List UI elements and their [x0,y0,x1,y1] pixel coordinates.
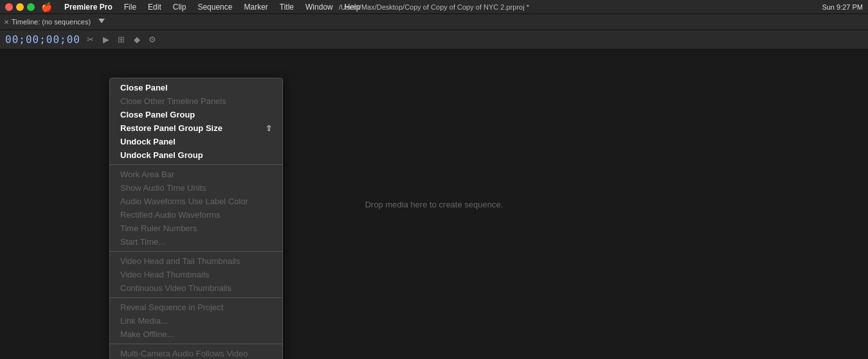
close-button[interactable] [5,3,13,11]
snap-icon[interactable]: ⊞ [116,35,127,45]
maximize-button[interactable] [27,3,35,11]
menu-item-rectified-audio-waveforms: Rectified Audio Waveforms [110,208,282,222]
menu-item-continuous-video-thumbnails: Continuous Video Thumbnails [110,281,282,295]
menu-label-video-head-tail-thumbnails: Video Head and Tail Thumbnails [120,256,240,266]
document-title: /Users/Max/Desktop/Copy of Copy of Copy … [339,3,529,11]
menu-label-close-panel-group: Close Panel Group [120,110,195,119]
menu-shortcut-restore-panel-group-size: ⇧ [266,124,272,133]
menu-label-undock-panel-group: Undock Panel Group [120,150,203,160]
menu-label-reveal-sequence-in-project: Reveal Sequence in Project [120,302,223,312]
menu-label-undock-panel: Undock Panel [120,137,176,146]
menu-clip[interactable]: Clip [168,0,191,14]
panel-tabbar: ✕ Timeline: (no sequences) [0,14,868,30]
panel-container: ✕ Timeline: (no sequences) 00;00;00;00 ✂… [0,14,868,359]
menu-label-start-time: Start Time... [120,237,165,247]
timecode-display: 00;00;00;00 [5,33,80,46]
menu-label-close-panel: Close Panel [120,83,168,92]
menu-item-time-ruler-numbers: Time Ruler Numbers [110,222,282,235]
menu-label-work-area-bar: Work Area Bar [120,170,174,179]
menu-edit[interactable]: Edit [143,0,166,14]
context-menu: Close PanelClose Other Timeline PanelsCl… [109,78,283,359]
track-select-icon[interactable]: ▶ [101,35,111,45]
menu-item-show-audio-time-units: Show Audio Time Units [110,181,282,195]
menu-marker[interactable]: Marker [239,0,272,14]
menu-item-make-offline: Make Offline... [110,328,282,341]
menu-item-video-head-thumbnails: Video Head Thumbnails [110,268,282,281]
marker-icon[interactable]: ◆ [132,35,142,45]
menu-label-show-audio-time-units: Show Audio Time Units [120,183,206,193]
menubar: 🍎 Premiere Pro File Edit Clip Sequence M… [0,0,868,14]
timeline-main: Drop media here to create sequence. Clos… [0,49,868,359]
menu-item-work-area-bar: Work Area Bar [110,168,282,181]
menu-label-continuous-video-thumbnails: Continuous Video Thumbnails [120,283,231,293]
menu-label-close-other-timeline-panels: Close Other Timeline Panels [120,96,226,106]
timeline-toolbar: 00;00;00;00 ✂ ▶ ⊞ ◆ ⚙ [0,30,868,49]
menu-item-undock-panel-group[interactable]: Undock Panel Group [110,148,282,162]
traffic-lights [5,3,35,11]
menu-item-video-head-tail-thumbnails: Video Head and Tail Thumbnails [110,254,282,268]
tab-close-icon[interactable]: ✕ [4,19,9,26]
menubar-right: Sun 9:27 PM [822,3,863,11]
menu-file[interactable]: File [120,0,141,14]
menubar-clock: Sun 9:27 PM [822,3,863,11]
svg-marker-0 [98,19,105,23]
menu-label-time-ruler-numbers: Time Ruler Numbers [120,223,197,233]
separator-sep4 [110,344,282,344]
menu-window[interactable]: Window [301,0,338,14]
separator-sep1 [110,164,282,165]
separator-sep3 [110,297,282,298]
panel-menu-button[interactable] [97,17,106,26]
menu-item-start-time: Start Time... [110,235,282,249]
settings-icon[interactable]: ⚙ [147,35,158,45]
razor-tool-icon[interactable]: ✂ [86,35,96,45]
menu-label-rectified-audio-waveforms: Rectified Audio Waveforms [120,210,221,220]
menu-label-restore-panel-group-size: Restore Panel Group Size [120,123,222,133]
panel-tab-label: Timeline: (no sequences) [12,18,91,26]
menu-item-restore-panel-group-size[interactable]: Restore Panel Group Size⇧ [110,121,282,135]
menu-item-close-panel[interactable]: Close Panel [110,81,282,94]
menu-item-close-panel-group[interactable]: Close Panel Group [110,108,282,121]
app-name[interactable]: Premiere Pro [60,0,117,14]
menu-item-close-other-timeline-panels: Close Other Timeline Panels [110,94,282,108]
menu-title[interactable]: Title [275,0,298,14]
menu-item-multicamera-audio: Multi-Camera Audio Follows Video [110,347,282,359]
drop-hint-text: Drop media here to create sequence. [365,200,503,209]
minimize-button[interactable] [16,3,24,11]
menu-item-undock-panel[interactable]: Undock Panel [110,135,282,148]
menu-sequence[interactable]: Sequence [193,0,237,14]
menu-item-audio-waveforms-label-color: Audio Waveforms Use Label Color [110,195,282,208]
menu-label-link-media: Link Media... [120,316,168,326]
menu-label-multicamera-audio: Multi-Camera Audio Follows Video [120,349,248,358]
menu-label-make-offline: Make Offline... [120,329,174,339]
menu-item-reveal-sequence-in-project: Reveal Sequence in Project [110,301,282,314]
apple-menu-icon[interactable]: 🍎 [41,2,52,12]
menu-item-link-media: Link Media... [110,314,282,328]
separator-sep2 [110,251,282,252]
menu-label-video-head-thumbnails: Video Head Thumbnails [120,270,209,279]
menu-label-audio-waveforms-label-color: Audio Waveforms Use Label Color [120,197,248,206]
